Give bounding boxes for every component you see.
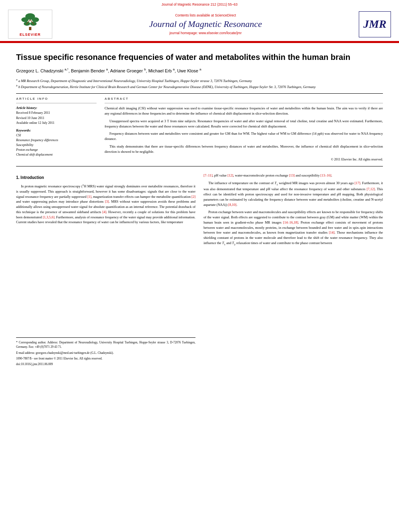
section1-right-para1: [7–11], pH value [12], water-macromolecu… bbox=[204, 173, 383, 178]
svg-point-3 bbox=[32, 17, 39, 22]
svg-point-2 bbox=[21, 17, 29, 22]
article-info-col: ARTICLE INFO Article history: Received 8… bbox=[16, 97, 97, 162]
svg-rect-6 bbox=[29, 27, 31, 30]
section1-right-para2: The influence of temperature on the cont… bbox=[204, 181, 383, 207]
section1-heading: 1. Introduction bbox=[16, 175, 195, 181]
article-history: Article history: Received 8 February 201… bbox=[16, 106, 97, 125]
section1-right-para3: Proton exchange between water and macrom… bbox=[204, 210, 383, 246]
footnote-corresponding: * Corresponding author. Address: Departm… bbox=[16, 340, 195, 349]
section1-para1: In proton magnetic resonance spectroscop… bbox=[16, 183, 195, 225]
elsevier-wordmark: ELSEVIER bbox=[20, 33, 41, 37]
abstract-label: ABSTRACT bbox=[105, 97, 383, 101]
keywords-section: Keywords: CSI Resonance frequency differ… bbox=[16, 128, 97, 157]
authors-line: Grzegorz L. Chadzynski a,*, Benjamin Ben… bbox=[16, 67, 383, 74]
journal-top-bar: Journal of Magnetic Resonance 212 (2011)… bbox=[0, 2, 399, 7]
article-info-label: ARTICLE INFO bbox=[16, 97, 97, 101]
footnote-email: E-mail address: grzegorz.chadzynski@med.… bbox=[16, 351, 195, 355]
copyright-notice: © 2011 Elsevier Inc. All rights reserved… bbox=[105, 157, 383, 162]
elsevier-logo: ELSEVIER bbox=[8, 10, 52, 39]
affiliations: a a MR Research Group, Department of Dia… bbox=[16, 78, 383, 89]
main-col-right: [7–11], pH value [12], water-macromolecu… bbox=[204, 173, 383, 368]
journal-header: Journal of Magnetic Resonance 212 (2011)… bbox=[0, 0, 399, 43]
footnote-issn: 1090-7807/$ - see front matter © 2011 El… bbox=[16, 356, 195, 361]
footnotes: * Corresponding author. Address: Departm… bbox=[16, 337, 195, 366]
jmr-logo-text: JMR bbox=[363, 18, 387, 31]
abstract-text: Chemical shift imaging (CSI) without wat… bbox=[105, 106, 383, 162]
journal-main-title: Journal of Magnetic Resonance bbox=[52, 19, 359, 29]
main-col-left: 1. Introduction In proton magnetic reson… bbox=[16, 173, 195, 368]
abstract-col: ABSTRACT Chemical shift imaging (CSI) wi… bbox=[105, 97, 383, 162]
journal-title-center: Contents lists available at ScienceDirec… bbox=[52, 13, 359, 35]
contents-line: Contents lists available at ScienceDirec… bbox=[52, 13, 359, 17]
journal-homepage: journal homepage: www.elsevier.com/locat… bbox=[52, 31, 359, 35]
footnote-doi: doi:10.1016/j.jmr.2011.06.009 bbox=[16, 362, 195, 366]
jmr-logo: JMR bbox=[359, 11, 391, 37]
article-title: Tissue specific resonance frequencies of… bbox=[16, 52, 383, 62]
